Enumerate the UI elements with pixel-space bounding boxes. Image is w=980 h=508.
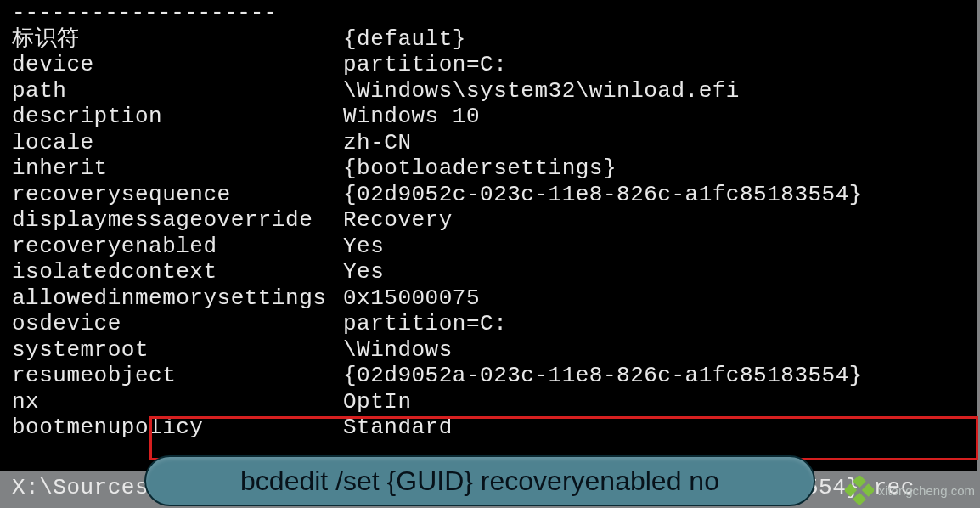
prompt: X:\Sources>	[12, 475, 162, 500]
bcd-key: osdevice	[12, 311, 343, 337]
bcd-val: \Windows\system32\winload.efi	[343, 78, 740, 104]
bcd-val: {02d9052c-023c-11e8-826c-a1fc85183554}	[343, 182, 863, 208]
bcd-val: {02d9052a-023c-11e8-826c-a1fc85183554}	[343, 363, 863, 389]
bcd-row-resumeobject: resumeobject{02d9052a-023c-11e8-826c-a1f…	[12, 363, 977, 389]
bcd-row-recoverysequence: recoverysequence{02d9052c-023c-11e8-826c…	[12, 182, 977, 208]
bcd-key: path	[12, 78, 343, 104]
bcd-key: inherit	[12, 155, 343, 182]
bcd-row-description: descriptionWindows 10	[12, 104, 977, 130]
bcd-row-osdevice: osdevicepartition=C:	[12, 311, 977, 337]
bcd-row-systemroot: systemroot\Windows	[12, 337, 977, 364]
bcd-row-recoveryenabled: recoveryenabledYes	[12, 234, 977, 260]
bcd-val: \Windows	[343, 337, 453, 364]
bcd-key: device	[12, 52, 343, 78]
bcd-row-isolatedcontext: isolatedcontextYes	[12, 259, 977, 285]
bcd-val: {bootloadersettings}	[343, 155, 617, 182]
command-prompt-window[interactable]: -------------------- 标识符{default}devicep…	[0, 0, 977, 471]
bcd-row-identifier: 标识符{default}	[12, 26, 977, 53]
bcd-key: recoverysequence	[12, 182, 343, 208]
bcd-row-displaymessageoverride: displaymessageoverrideRecovery	[12, 207, 977, 234]
tooltip-text: bcdedit /set {GUID} recoveryenabled no	[240, 466, 719, 496]
bcd-key: description	[12, 104, 343, 130]
bcd-val: partition=C:	[343, 52, 507, 78]
watermark: xitongcheng.com	[845, 476, 975, 505]
bcd-val: OptIn	[343, 389, 412, 415]
bcd-val: 0x15000075	[343, 285, 480, 312]
bcd-val: Recovery	[343, 207, 453, 234]
instruction-tooltip: bcdedit /set {GUID} recoveryenabled no	[144, 455, 815, 506]
svg-rect-1	[861, 483, 873, 497]
bcd-val: Yes	[343, 234, 384, 260]
bcd-val: Standard	[343, 415, 453, 441]
bcd-key: resumeobject	[12, 363, 343, 389]
bcd-key: recoveryenabled	[12, 234, 343, 260]
bcd-row-allowedinmemorysettings: allowedinmemorysettings0x15000075	[12, 285, 977, 312]
bcd-row-inherit: inherit{bootloadersettings}	[12, 155, 977, 182]
bcd-key: isolatedcontext	[12, 259, 343, 285]
bcd-key: allowedinmemorysettings	[12, 285, 343, 312]
bcd-key: displaymessageoverride	[12, 207, 343, 234]
divider-dashes: --------------------	[12, 0, 277, 25]
bcd-val: Windows 10	[343, 104, 480, 130]
diamond-icon	[845, 476, 874, 505]
bcd-key: nx	[12, 389, 343, 415]
screenshot-root: -------------------- 标识符{default}devicep…	[0, 0, 980, 508]
bcd-row-bootmenupolicy: bootmenupolicyStandard	[12, 415, 977, 441]
bcd-val: partition=C:	[343, 311, 507, 337]
bcd-val: {default}	[343, 26, 466, 53]
bcd-key: bootmenupolicy	[12, 415, 343, 441]
bcd-key: 标识符	[12, 26, 343, 53]
svg-rect-0	[853, 476, 866, 488]
bcd-row-nx: nxOptIn	[12, 389, 977, 415]
bcd-val: Yes	[343, 259, 384, 285]
bcd-row-path: path\Windows\system32\winload.efi	[12, 78, 977, 104]
svg-rect-2	[845, 483, 857, 497]
svg-rect-3	[853, 493, 866, 505]
bcd-row-device: devicepartition=C:	[12, 52, 977, 78]
bcd-key: locale	[12, 130, 343, 156]
bcd-key: systemroot	[12, 337, 343, 364]
watermark-text: xitongcheng.com	[879, 483, 975, 498]
bcd-val: zh-CN	[343, 130, 412, 156]
bcd-row-locale: localezh-CN	[12, 130, 977, 156]
